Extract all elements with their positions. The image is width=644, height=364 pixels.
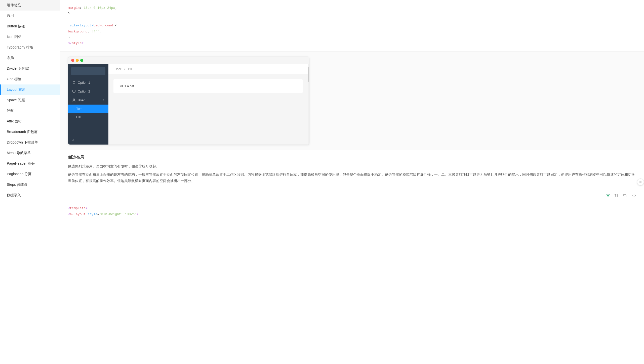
demo-content: Bill is a cat. (108, 74, 308, 145)
sidebar-item-overview[interactable]: 组件总览 (0, 0, 60, 11)
sidebar-item-typography[interactable]: Typography 排版 (0, 42, 60, 53)
breadcrumb-user: User (114, 67, 121, 71)
demo-window-body: Option 1 Option 2 (68, 64, 309, 145)
sidebar-item-general[interactable]: 通用 (0, 11, 60, 21)
ts-label[interactable]: TS (615, 194, 618, 197)
demo-nav-option2[interactable]: Option 2 (68, 87, 108, 96)
demo-scrollbar-thumb (308, 67, 309, 82)
description-title: 侧边布局 (68, 155, 636, 160)
demo-nav-user[interactable]: User ∧ (68, 96, 108, 105)
right-handle-button[interactable] (637, 178, 644, 186)
sidebar-item-layout-section[interactable]: 布局 (0, 53, 60, 63)
sidebar-item-grid[interactable]: Grid 栅格 (0, 74, 60, 84)
demo-scrollbar[interactable] (308, 64, 309, 145)
code-block-top: margin: 16px 0 16px 24px; } .site-layout… (68, 5, 636, 46)
window-minimize-dot (76, 59, 79, 62)
template-code-block: <template> <a-layout style="min-height: … (68, 205, 636, 217)
demo-sub-tom-label: Tom (76, 107, 83, 111)
demo-logo (71, 67, 105, 75)
sidebar: 组件总览 通用 Button 按钮 Icon 图标 Typography 排版 … (0, 0, 60, 364)
sidebar-item-button[interactable]: Button 按钮 (0, 21, 60, 32)
sidebar-item-space[interactable]: Space 间距 (0, 95, 60, 106)
demo-nav-sub-tom[interactable]: Tom (68, 105, 108, 113)
handle-icon (639, 180, 642, 184)
demo-window-wrapper: Option 1 Option 2 (60, 52, 644, 150)
chevron-up-icon: ∧ (103, 99, 104, 102)
copy-icon-button[interactable] (622, 193, 627, 198)
demo-content-box: Bill is a cat. (113, 79, 303, 93)
sidebar-item-steps[interactable]: Steps 步骤条 (0, 179, 60, 190)
sidebar-item-divider[interactable]: Divider 分割线 (0, 63, 60, 74)
window-maximize-dot (80, 59, 83, 62)
demo-sidebar: Option 1 Option 2 (68, 64, 108, 145)
circle-icon (72, 81, 76, 84)
svg-point-0 (73, 81, 75, 84)
demo-collapse-button[interactable]: < (68, 136, 108, 145)
sidebar-item-pageheader[interactable]: PageHeader 页头 (0, 158, 60, 169)
vue-icon-button[interactable] (606, 193, 611, 198)
sidebar-item-pagination[interactable]: Pagination 分页 (0, 169, 60, 179)
breadcrumb-bill: Bill (128, 67, 132, 71)
svg-rect-5 (624, 195, 626, 197)
breadcrumb-separator: / (124, 67, 126, 71)
demo-window-titlebar (68, 57, 309, 64)
code-icon-button[interactable] (631, 193, 636, 198)
template-code-section: <template> <a-layout style="min-height: … (60, 200, 644, 222)
vue-icon (606, 194, 610, 198)
sidebar-item-icon[interactable]: Icon 图标 (0, 32, 60, 42)
demo-content-text: Bill is a cat. (118, 84, 135, 88)
sidebar-item-breadcrumb[interactable]: Breadcrumb 面包屑 (0, 127, 60, 137)
demo-nav-user-label: User (78, 98, 85, 102)
demo-breadcrumb: User / Bill (108, 64, 308, 74)
person-icon (72, 98, 76, 102)
main-content: margin: 16px 0 16px 24px; } .site-layout… (60, 0, 644, 364)
code-area-top: margin: 16px 0 16px 24px; } .site-layout… (60, 0, 644, 52)
copy-icon (623, 194, 627, 198)
demo-main-area: User / Bill Bill is a cat. (108, 64, 308, 145)
description-para1: 侧边两列式布局。页面横向空间有限时，侧边导航可收起。 (68, 163, 636, 169)
description-para2: 侧边导航在页面布局上采用的是左右的结构，一般主导航放置于页面的左侧固定位置，辅助… (68, 171, 636, 184)
window-close-dot (71, 59, 74, 62)
demo-sub-bill-label: Bill (76, 115, 80, 119)
monitor-icon (72, 89, 76, 93)
code-toolbar: TS (60, 191, 644, 200)
svg-rect-1 (73, 90, 75, 92)
demo-nav-option2-label: Option 2 (78, 89, 90, 93)
description-section: 侧边布局 侧边两列式布局。页面横向空间有限时，侧边导航可收起。 侧边导航在页面布… (60, 150, 644, 191)
sidebar-item-affix[interactable]: Affix 固钉 (0, 116, 60, 127)
sidebar-item-menu[interactable]: Menu 导航菜单 (0, 148, 60, 158)
demo-nav-sub-bill[interactable]: Bill (68, 113, 108, 121)
sidebar-item-dropdown[interactable]: Dropdown 下拉菜单 (0, 137, 60, 148)
svg-point-2 (73, 99, 74, 100)
sidebar-item-layout[interactable]: Layout 布局 (0, 84, 60, 95)
sidebar-item-nav-section[interactable]: 导航 (0, 106, 60, 116)
demo-nav-sub-menu: Tom Bill (68, 105, 108, 121)
demo-window: Option 1 Option 2 (68, 57, 309, 145)
code-icon (632, 194, 636, 198)
demo-nav-option1-label: Option 1 (78, 81, 90, 84)
sidebar-item-data-entry[interactable]: 数据录入 (0, 190, 60, 201)
demo-nav-option1[interactable]: Option 1 (68, 78, 108, 87)
collapse-arrow-icon: < (72, 138, 74, 142)
